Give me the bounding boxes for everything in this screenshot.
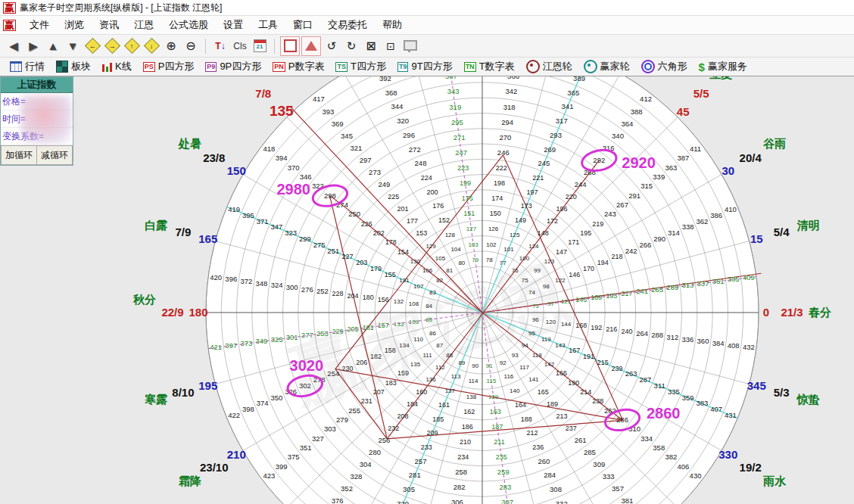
wheel-number: 79 [472, 257, 478, 263]
nav-left-icon[interactable]: ◀ [5, 37, 23, 55]
wheel-number: 261 [575, 436, 587, 444]
wheel-number: 432 [743, 343, 755, 351]
add-cycle-button[interactable]: 加循环 [1, 145, 37, 165]
wheel-number: 142 [544, 361, 555, 368]
wheel-number: 224 [421, 174, 432, 182]
wheel-number: 381 [621, 496, 633, 504]
p-square-button[interactable]: PSP四方形 [138, 58, 200, 75]
pan-right-icon[interactable]: → [103, 37, 121, 55]
wheel-number: 90 [472, 362, 478, 369]
term-label-165: 白露 [145, 219, 167, 232]
zoom-out-icon[interactable]: ⊖ [182, 37, 200, 55]
wheel-number: 304 [360, 460, 372, 468]
center-converge-icon[interactable]: ⊡ [382, 37, 400, 55]
menu-item-9[interactable]: 帮助 [375, 16, 410, 34]
term-label-210: 霜降 [179, 474, 202, 487]
whiteboard-icon[interactable] [401, 37, 419, 55]
degree-label-165: 165 [198, 232, 217, 245]
price-label-2860: 2860 [647, 405, 681, 422]
nav-up-icon[interactable]: ▲ [44, 37, 62, 55]
price-scale-icon[interactable]: T↓ [211, 37, 229, 55]
rotate-cw-icon[interactable]: ↻ [342, 37, 360, 55]
square-tool-icon[interactable] [280, 36, 300, 56]
nav-down-icon[interactable]: ▼ [64, 37, 82, 55]
term-label-30: 谷雨 [762, 137, 786, 150]
hexagon-button[interactable]: 六角形 [636, 58, 693, 75]
menu-item-3[interactable]: 江恩 [126, 16, 161, 34]
wheel-number: 273 [369, 168, 381, 176]
wheel-number: 197 [526, 188, 538, 196]
wheel-number: 333 [603, 472, 615, 481]
menu-item-1[interactable]: 浏览 [57, 16, 92, 34]
wheel-number: 282 [453, 483, 466, 491]
wheel-number: 335 [668, 387, 680, 396]
cls-button[interactable]: Cls [231, 37, 249, 55]
wheel-number: 294 [501, 118, 513, 126]
wheel-number: 386 [710, 211, 722, 219]
rotate-ccw-icon[interactable]: ↺ [323, 37, 341, 55]
wheel-number: 396 [225, 275, 237, 283]
pan-up-icon[interactable]: ↑ [123, 37, 141, 55]
calendar-icon[interactable]: 21 [251, 37, 269, 55]
app-window: { "window": { "title": "赢家老子时空周期系统[纵横版] … [0, 0, 854, 504]
wheel-number: 232 [388, 425, 399, 432]
menu-item-5[interactable]: 设置 [216, 16, 251, 34]
menu-item-2[interactable]: 资讯 [92, 16, 126, 34]
wheel-number: 343 [447, 87, 460, 95]
9t-square-button[interactable]: T99T四方形 [392, 58, 458, 75]
kline-button[interactable]: K线 [97, 58, 137, 75]
wheel-number: 116 [504, 373, 514, 380]
menu-item-8[interactable]: 交易委托 [320, 16, 375, 34]
triangle-tool-icon[interactable] [301, 36, 321, 56]
wheel-number: 399 [276, 462, 288, 471]
wheel-number: 255 [348, 406, 360, 415]
wheel-number: 161 [438, 401, 450, 409]
quotes-button[interactable]: 行情 [5, 58, 50, 75]
winner-service-button[interactable]: $赢家服务 [693, 58, 753, 75]
wheel-number: 264 [636, 329, 648, 338]
winner-wheel-button[interactable]: 赢家轮 [578, 58, 635, 75]
nav-right-icon[interactable]: ▶ [24, 37, 42, 55]
wheel-number: 231 [361, 397, 372, 405]
pan-left-icon[interactable]: ← [83, 37, 101, 55]
gann-wheel-button-label: 江恩轮 [543, 60, 572, 73]
p-table-button[interactable]: PNP数字表 [267, 58, 329, 75]
gann-wheel-button[interactable]: 江恩轮 [521, 58, 578, 75]
wheel-number: 275 [313, 241, 326, 249]
wheel-number: 105 [435, 255, 446, 262]
wheel-number: 126 [488, 226, 499, 232]
wheel-number: 430 [690, 471, 702, 480]
box-x-icon[interactable]: ⊠ [362, 37, 380, 55]
wheel-number: 106 [422, 267, 433, 274]
sectors-button[interactable]: 板块 [51, 58, 96, 75]
wheel-number: 169 [591, 294, 602, 301]
wheel-number: 317 [556, 117, 568, 125]
p-square-button-label: P四方形 [158, 60, 195, 73]
toolbar-tools: 行情板块K线PSP四方形P99P四方形PNP数字表TST四方形T99T四方形TN… [0, 58, 854, 76]
wheel-number: 235 [496, 453, 507, 461]
wheel-number: 218 [611, 253, 622, 260]
zoom-in-icon[interactable]: ⊕ [162, 37, 180, 55]
wheel-number: 240 [621, 328, 632, 335]
wheel-number: 366 [507, 76, 519, 80]
wheel-number: 394 [276, 154, 288, 162]
9p-square-button[interactable]: P99P四方形 [200, 58, 266, 75]
wheel-number: 226 [361, 220, 372, 228]
pan-down-icon[interactable]: ↓ [142, 37, 161, 55]
sub-cycle-button[interactable]: 减循环 [37, 145, 73, 165]
degree-label-180: 180 [189, 306, 207, 319]
wheel-number: 227 [342, 253, 354, 260]
menu-item-7[interactable]: 窗口 [285, 16, 320, 34]
t-square-button-icon: TS [335, 62, 348, 72]
wheel-number: 410 [725, 205, 737, 213]
menu-item-4[interactable]: 公式选股 [161, 16, 216, 34]
degree-label-135: 135 [270, 103, 294, 119]
menu-item-6[interactable]: 工具 [251, 16, 285, 34]
t-table-button[interactable]: TNT数字表 [459, 58, 520, 75]
t-square-button[interactable]: TST四方形 [330, 58, 391, 75]
wheel-number: 320 [397, 117, 409, 125]
wheel-number: 363 [665, 163, 677, 172]
menu-item-0[interactable]: 文件 [22, 16, 57, 34]
wheel-number: 361 [712, 277, 725, 285]
wheel-number: 418 [263, 145, 276, 153]
